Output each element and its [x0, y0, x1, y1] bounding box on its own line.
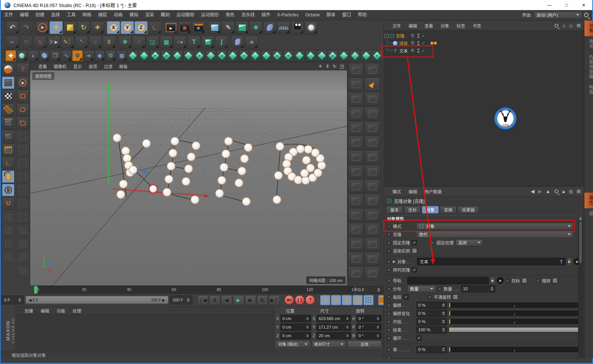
effector-icon-3[interactable]: ✦ — [150, 50, 160, 61]
layers-icon[interactable]: ❐ — [50, 50, 60, 61]
effector-icon-5[interactable] — [172, 50, 183, 61]
dock-tab-层[interactable]: 层 — [584, 208, 593, 219]
add-camera-icon[interactable] — [291, 21, 304, 34]
position-z-field[interactable]: 0 cm — [280, 332, 312, 339]
picker-icon[interactable]: ➤ — [497, 277, 504, 284]
add-deformer-icon[interactable] — [263, 21, 276, 34]
effector-icon-8[interactable] — [205, 50, 216, 61]
maximize-icon[interactable]: ◳ — [340, 64, 344, 69]
object-link-field[interactable]: 文本 T — [417, 258, 565, 265]
palette-slot[interactable] — [16, 184, 29, 196]
command-slot[interactable] — [348, 194, 364, 208]
dock-tab-对象[interactable]: 对象 — [584, 20, 593, 36]
anim-dot[interactable] — [387, 311, 391, 316]
command-slot[interactable] — [365, 252, 380, 266]
points-circle-icon[interactable]: ◌ — [89, 36, 102, 48]
dynamics-gear-icon[interactable]: ⚙ — [72, 50, 83, 61]
texture-tags[interactable] — [430, 42, 437, 45]
polygons-mode-icon[interactable] — [2, 143, 15, 156]
dock-tab-属性[interactable]: 属性 — [584, 193, 593, 208]
lasso-selection-icon[interactable] — [16, 103, 29, 116]
soft-body-icon[interactable] — [17, 50, 27, 61]
pan-icon[interactable]: ✛ — [318, 64, 322, 69]
range-start-field[interactable]: 0 F — [1, 295, 24, 304]
go-end-icon[interactable]: ▶❘ — [269, 295, 280, 305]
cloth-icon[interactable] — [39, 50, 50, 61]
home-icon[interactable]: ⌂ — [562, 23, 565, 28]
attr-menu-用户数据[interactable]: 用户数据 — [421, 189, 445, 194]
tree-item-克隆[interactable]: −克隆✓ — [384, 32, 584, 39]
size-x-field[interactable]: 623.565 cm — [316, 315, 351, 322]
stepper[interactable] — [442, 311, 445, 315]
menu-item-动画[interactable]: 动画 — [110, 10, 126, 20]
menu-item-网格[interactable]: 网格 — [79, 10, 95, 20]
menu-item-编辑[interactable]: 编辑 — [16, 10, 32, 20]
command-slot[interactable] — [365, 179, 380, 193]
command-slot[interactable] — [348, 92, 364, 106]
menu-item-模拟[interactable]: 模拟 — [126, 10, 142, 20]
rotation-h-field[interactable]: 0 ° — [356, 315, 382, 322]
command-slot[interactable] — [348, 150, 364, 164]
menu-item-帮助[interactable]: 帮助 — [354, 10, 370, 20]
toolbar-grip[interactable] — [1, 51, 4, 60]
record-parameter-icon[interactable]: Ⓟ — [353, 295, 363, 305]
command-slot[interactable] — [348, 63, 364, 77]
effector-icon-11[interactable]: ✦ — [239, 50, 249, 61]
anim-dot[interactable] — [387, 303, 391, 307]
move-icon[interactable]: ✚ — [50, 21, 63, 34]
anim-dot[interactable] — [387, 320, 391, 324]
menu-item-窗口[interactable]: 窗口 — [339, 10, 354, 20]
palette-slot[interactable] — [16, 197, 29, 210]
locked-workplane-icon[interactable]: TT — [20, 36, 33, 48]
menu-item-捕捉[interactable]: 捕捉 — [95, 10, 110, 20]
om-menu-编辑[interactable]: 编辑 — [405, 23, 421, 29]
points-mode-icon[interactable] — [2, 117, 15, 129]
viewport-menu-显示[interactable]: 显示 — [70, 63, 85, 69]
mograph-spline-wrap-icon[interactable]: ʃ — [215, 36, 228, 48]
command-slot[interactable] — [348, 223, 364, 237]
forward-icon[interactable]: ➜ — [83, 50, 94, 61]
minimize-button[interactable]: — — [541, 0, 558, 10]
redo-icon[interactable]: ↷ — [20, 21, 33, 34]
stepper[interactable] — [377, 326, 379, 329]
add-mograph-generator-icon[interactable]: ❖ — [249, 21, 262, 34]
material-menu-纹理[interactable]: 纹理 — [69, 308, 85, 314]
slider-track[interactable] — [449, 311, 580, 316]
fix-clone-checkbox[interactable]: ✓ — [412, 240, 417, 245]
scroll-thumb[interactable] — [579, 222, 582, 263]
position-x-field[interactable]: 0 cm — [280, 315, 312, 322]
go-start-icon[interactable]: ❘◀ — [197, 295, 208, 305]
command-slot[interactable] — [365, 237, 380, 251]
command-slot[interactable] — [365, 63, 380, 77]
up-icon[interactable]: ▲ — [546, 189, 551, 194]
size-mode-dropdown[interactable]: 绝对尺寸 — [312, 341, 346, 348]
command-slot[interactable] — [365, 121, 380, 135]
slider-track[interactable] — [449, 319, 580, 324]
record-scale-icon[interactable]: ▰ — [331, 295, 341, 305]
tree-item-球体[interactable]: 球体✓ — [384, 39, 584, 47]
gear-green-icon[interactable]: ⚙ — [105, 50, 116, 61]
points-brush-icon[interactable]: ✎⠅ — [61, 36, 74, 48]
dock-tab-场次[interactable]: 场次 — [584, 36, 593, 52]
command-slot[interactable] — [348, 179, 364, 193]
points-select-icon[interactable]: ⠗➤ — [47, 36, 60, 48]
record-rotation-icon[interactable]: ↻ — [342, 295, 352, 305]
lock-x-icon[interactable]: X — [107, 21, 120, 34]
dolly-icon[interactable]: ⇕ — [326, 64, 329, 69]
model-globe-icon[interactable] — [2, 63, 15, 76]
tab-对象[interactable]: 对象 — [422, 206, 439, 213]
points-grid-icon[interactable]: ⠿ — [102, 36, 116, 48]
palette-slot[interactable] — [16, 143, 29, 156]
command-slot[interactable] — [365, 208, 380, 222]
effector-icon-9[interactable]: ⊘ — [217, 50, 227, 61]
command-slot[interactable] — [348, 121, 364, 135]
palette-slot[interactable] — [2, 237, 15, 250]
mograph-instance-icon[interactable] — [201, 36, 214, 48]
uv-mode-icon[interactable] — [2, 103, 15, 116]
command-slot[interactable] — [365, 150, 380, 164]
sculpt-tool-icon[interactable] — [365, 77, 380, 91]
scroll-up-icon[interactable]: ▲ — [578, 216, 583, 221]
mograph-tracer-icon[interactable]: ∴● — [174, 36, 187, 48]
interface-dropdown[interactable]: 启动 (用户) — [534, 12, 582, 19]
effector-icon-12[interactable] — [250, 50, 260, 61]
